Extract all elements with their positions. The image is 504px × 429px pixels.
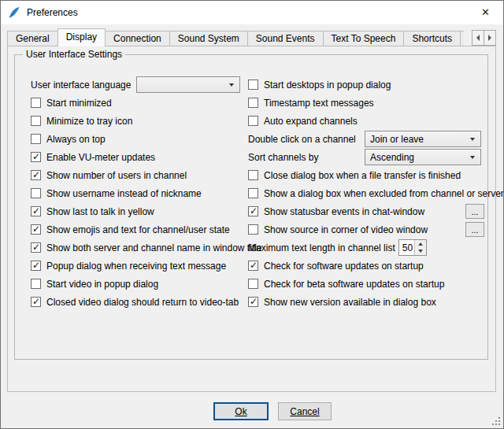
checkbox-label-check-for-beta-software-updates-on-startup[interactable]: Check for beta software updates on start… — [264, 279, 444, 290]
cancel-button[interactable]: Cancel — [278, 402, 332, 420]
checkbox-closed-video-dialog-should-return-to-video-tab[interactable] — [31, 297, 41, 307]
label-maximum-text-length-in-channel-list: Maximum text length in channel list — [248, 242, 395, 253]
ok-button[interactable]: Ok — [213, 402, 269, 420]
checkbox-start-video-in-popup-dialog[interactable] — [31, 279, 41, 289]
row-show-last-to-talk-in-yellow: Show last to talk in yellow — [31, 202, 245, 220]
checkbox-label-closed-video-dialog-should-return-to-video-tab[interactable]: Closed video dialog should return to vid… — [46, 297, 239, 308]
label-user-interface-language: User interface language — [31, 80, 136, 91]
checkbox-check-for-beta-software-updates-on-startup[interactable] — [248, 279, 258, 289]
close-icon: ✕ — [481, 6, 490, 18]
checkbox-label-show-username-instead-of-nickname[interactable]: Show username instead of nickname — [46, 188, 202, 199]
checkbox-label-enable-vu-meter-updates[interactable]: Enable VU-meter updates — [46, 152, 155, 163]
checkbox-label-check-for-software-updates-on-startup[interactable]: Check for software updates on startup — [264, 261, 424, 272]
tab-bar: GeneralDisplayConnectionSound SystemSoun… — [7, 28, 464, 46]
tab-sound-system[interactable]: Sound System — [170, 31, 248, 46]
spinbox-arrows — [414, 240, 426, 255]
checkbox-show-last-to-talk-in-yellow[interactable] — [31, 206, 41, 216]
checkbox-label-always-on-top[interactable]: Always on top — [46, 134, 106, 145]
label-double-click-on-a-channel: Double click on a channel — [248, 134, 365, 145]
row-show-emojis-and-text-for-channel-user-state: Show emojis and text for channel/user st… — [31, 220, 245, 239]
row-closed-video-dialog-should-return-to-video-tab: Closed video dialog should return to vid… — [31, 293, 245, 311]
checkbox-label-popup-dialog-when-receiving-text-message[interactable]: Popup dialog when receiving text message — [46, 261, 226, 272]
checkbox-label-show-statusbar-events-in-chat-window[interactable]: Show statusbar events in chat-window — [264, 206, 424, 217]
tab-video[interactable]: Video — [461, 31, 464, 46]
dropdown-sort-channels-by[interactable]: Ascending — [365, 149, 481, 165]
checkbox-label-auto-expand-channels[interactable]: Auto expand channels — [264, 116, 358, 127]
checkbox-close-dialog-box-when-a-file-transfer-is-finished[interactable] — [248, 170, 258, 180]
row-sort-channels-by: Sort channels byAscending — [248, 148, 484, 166]
spinbox-maximum-text-length-in-channel-list[interactable]: 50 — [398, 239, 427, 256]
tab-shortcuts[interactable]: Shortcuts — [404, 31, 461, 46]
resize-grip[interactable] — [491, 416, 502, 427]
checkbox-show-number-of-users-in-channel[interactable] — [31, 170, 41, 180]
spin-up-button[interactable] — [415, 240, 426, 248]
checkbox-label-show-number-of-users-in-channel[interactable]: Show number of users in channel — [46, 170, 187, 181]
checkbox-label-close-dialog-box-when-a-file-transfer-is-finished[interactable]: Close dialog box when a file transfer is… — [264, 170, 461, 181]
checkbox-check-for-software-updates-on-startup[interactable] — [248, 261, 258, 271]
dropdown-value-sort-channels-by: Ascending — [370, 152, 480, 163]
right-column: Start desktops in popup dialogTimestamp … — [248, 76, 484, 311]
checkbox-show-statusbar-events-in-chat-window[interactable] — [248, 206, 258, 216]
row-always-on-top: Always on top — [31, 130, 245, 148]
row-double-click-on-a-channel: Double click on a channelJoin or leave — [248, 130, 484, 148]
checkbox-label-start-minimized[interactable]: Start minimized — [46, 98, 112, 109]
tab-panel: User Interface Settings User interface l… — [7, 46, 496, 392]
browse-button-show-statusbar-events-in-chat-window[interactable]: ... — [465, 204, 484, 219]
titlebar: Preferences ✕ — [1, 1, 503, 24]
dropdown-user-interface-language[interactable] — [136, 76, 240, 93]
dropdown-double-click-on-a-channel[interactable]: Join or leave — [365, 131, 481, 147]
row-start-minimized: Start minimized — [31, 94, 245, 112]
checkbox-label-minimize-to-tray-icon[interactable]: Minimize to tray icon — [46, 116, 132, 127]
checkbox-label-show-new-version-available-in-dialog-box[interactable]: Show new version available in dialog box — [264, 297, 436, 308]
checkbox-show-a-dialog-box-when-excluded-from-channel-or-server[interactable] — [248, 188, 258, 198]
chevron-down-icon — [229, 83, 234, 87]
checkbox-label-timestamp-text-messages[interactable]: Timestamp text messages — [264, 98, 374, 109]
checkbox-show-emojis-and-text-for-channel-user-state[interactable] — [31, 224, 41, 235]
checkbox-always-on-top[interactable] — [31, 134, 41, 144]
tab-general[interactable]: General — [7, 31, 58, 46]
tab-display[interactable]: Display — [57, 28, 106, 46]
checkbox-show-source-in-corner-of-video-window[interactable] — [248, 224, 258, 235]
checkbox-show-username-instead-of-nickname[interactable] — [31, 188, 41, 198]
checkbox-minimize-to-tray-icon[interactable] — [31, 116, 41, 126]
tab-scroll — [472, 30, 496, 46]
checkbox-label-start-desktops-in-popup-dialog[interactable]: Start desktops in popup dialog — [264, 80, 391, 91]
dropdown-value-double-click-on-a-channel: Join or leave — [370, 134, 480, 145]
tab-connection[interactable]: Connection — [106, 31, 170, 46]
label-sort-channels-by: Sort channels by — [248, 152, 365, 163]
checkbox-label-show-last-to-talk-in-yellow[interactable]: Show last to talk in yellow — [46, 206, 154, 217]
row-show-both-server-and-channel-name-in-window-title: Show both server and channel name in win… — [31, 239, 245, 257]
row-show-username-instead-of-nickname: Show username instead of nickname — [31, 184, 245, 202]
row-user-interface-language: User interface language — [31, 76, 245, 94]
left-column: User interface languageStart minimizedMi… — [31, 76, 245, 311]
spin-down-button[interactable] — [415, 248, 426, 256]
checkbox-auto-expand-channels[interactable] — [248, 116, 258, 126]
checkbox-label-show-source-in-corner-of-video-window[interactable]: Show source in corner of video window — [264, 224, 428, 235]
checkbox-timestamp-text-messages[interactable] — [248, 98, 258, 108]
checkbox-label-show-both-server-and-channel-name-in-window-title[interactable]: Show both server and channel name in win… — [46, 242, 262, 253]
checkbox-label-start-video-in-popup-dialog[interactable]: Start video in popup dialog — [46, 279, 158, 290]
checkbox-show-new-version-available-in-dialog-box[interactable] — [248, 297, 258, 307]
checkbox-start-minimized[interactable] — [31, 98, 41, 108]
tab-sound-events[interactable]: Sound Events — [248, 31, 324, 46]
arrow-right-icon — [488, 35, 491, 41]
row-show-number-of-users-in-channel: Show number of users in channel — [31, 166, 245, 184]
row-close-dialog-box-when-a-file-transfer-is-finished: Close dialog box when a file transfer is… — [248, 166, 484, 184]
checkbox-popup-dialog-when-receiving-text-message[interactable] — [31, 261, 41, 271]
row-show-statusbar-events-in-chat-window: Show statusbar events in chat-window... — [248, 202, 484, 220]
checkbox-label-show-a-dialog-box-when-excluded-from-channel-or-server[interactable]: Show a dialog box when excluded from cha… — [264, 188, 504, 199]
user-interface-settings-group: User Interface Settings User interface l… — [14, 54, 488, 360]
checkbox-enable-vu-meter-updates[interactable] — [31, 152, 41, 162]
close-button[interactable]: ✕ — [468, 1, 503, 24]
browse-button-show-source-in-corner-of-video-window[interactable]: ... — [465, 222, 484, 237]
tab-scroll-left-button[interactable] — [472, 30, 484, 46]
tab-text-to-speech[interactable]: Text To Speech — [324, 31, 405, 46]
group-title: User Interface Settings — [23, 49, 125, 60]
checkbox-start-desktops-in-popup-dialog[interactable] — [248, 80, 258, 90]
checkbox-show-both-server-and-channel-name-in-window-title[interactable] — [31, 242, 41, 253]
row-show-a-dialog-box-when-excluded-from-channel-or-server: Show a dialog box when excluded from cha… — [248, 184, 484, 202]
chevron-down-icon — [470, 138, 475, 141]
tab-scroll-right-button[interactable] — [484, 30, 496, 46]
checkbox-label-show-emojis-and-text-for-channel-user-state[interactable]: Show emojis and text for channel/user st… — [46, 224, 230, 235]
row-check-for-beta-software-updates-on-startup: Check for beta software updates on start… — [248, 275, 484, 293]
